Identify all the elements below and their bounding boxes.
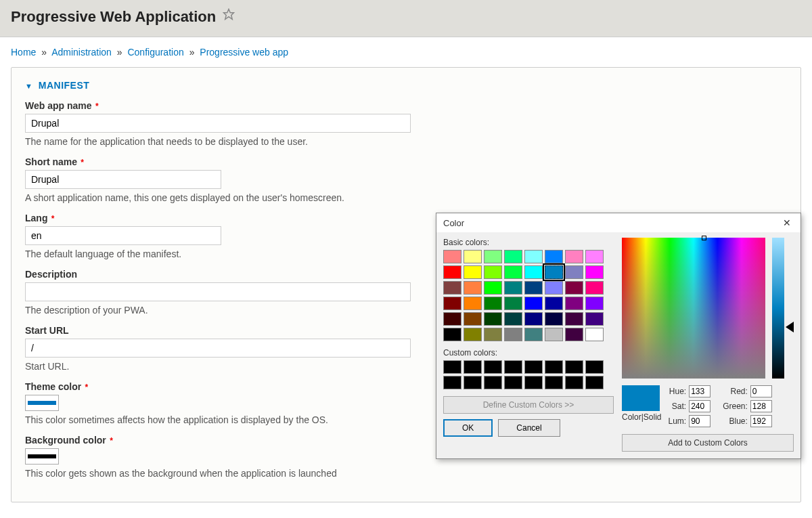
basic-color-cell[interactable] [524, 265, 543, 279]
basic-color-cell[interactable] [524, 328, 543, 341]
basic-color-cell[interactable] [484, 281, 502, 295]
custom-colors-label: Custom colors: [443, 348, 614, 358]
luminance-slider[interactable] [772, 238, 784, 379]
custom-color-cell[interactable] [524, 376, 543, 389]
start-url-input[interactable] [25, 339, 411, 358]
custom-color-cell[interactable] [504, 376, 522, 389]
red-input[interactable] [750, 385, 772, 397]
custom-color-cell[interactable] [464, 360, 482, 374]
basic-color-cell[interactable] [545, 265, 563, 279]
cancel-button[interactable]: Cancel [498, 419, 560, 437]
page-header: Progressive Web Application [0, 0, 812, 37]
basic-colors-label: Basic colors: [443, 238, 614, 247]
basic-color-cell[interactable] [565, 312, 583, 326]
bg-color-button[interactable] [25, 448, 59, 465]
basic-color-cell[interactable] [484, 328, 502, 341]
custom-color-cell[interactable] [545, 376, 563, 389]
basic-color-cell[interactable] [565, 250, 583, 263]
ok-button[interactable]: OK [443, 419, 493, 437]
basic-color-cell[interactable] [565, 297, 583, 310]
basic-color-cell[interactable] [484, 250, 502, 263]
custom-color-cell[interactable] [545, 360, 563, 374]
breadcrumb-link[interactable]: Configuration [127, 47, 183, 58]
basic-color-cell[interactable] [443, 265, 461, 279]
add-to-custom-button[interactable]: Add to Custom Colors [622, 434, 794, 452]
lang-input[interactable] [25, 226, 221, 245]
custom-color-cell[interactable] [443, 360, 461, 374]
basic-color-cell[interactable] [585, 297, 604, 310]
color-gradient[interactable] [622, 238, 765, 379]
basic-color-cell[interactable] [504, 281, 522, 295]
custom-color-cell[interactable] [484, 376, 502, 389]
basic-color-cell[interactable] [504, 312, 522, 326]
dialog-title: Color [443, 218, 464, 228]
custom-color-cell[interactable] [585, 360, 604, 374]
basic-color-cell[interactable] [585, 281, 604, 295]
green-input[interactable] [750, 400, 772, 412]
custom-color-cell[interactable] [585, 376, 604, 389]
color-solid-label: Color|Solid [622, 412, 661, 422]
basic-color-cell[interactable] [464, 297, 482, 310]
short-name-desc: A short application name, this one gets … [25, 192, 787, 203]
basic-color-cell[interactable] [524, 297, 543, 310]
dialog-titlebar[interactable]: Color ✕ [436, 213, 800, 232]
hue-input[interactable] [689, 385, 710, 397]
basic-color-cell[interactable] [524, 250, 543, 263]
theme-color-button[interactable] [25, 395, 59, 411]
basic-color-cell[interactable] [524, 281, 543, 295]
name-desc: The name for the application that needs … [25, 136, 787, 147]
section-manifest-toggle[interactable]: ▼ MANIFEST [25, 68, 787, 100]
basic-color-cell[interactable] [545, 250, 563, 263]
basic-color-cell[interactable] [545, 297, 563, 310]
basic-color-cell[interactable] [443, 328, 461, 341]
basic-color-cell[interactable] [443, 312, 461, 326]
basic-color-cell[interactable] [464, 312, 482, 326]
basic-color-cell[interactable] [464, 250, 482, 263]
name-input[interactable] [25, 114, 411, 133]
basic-color-cell[interactable] [565, 265, 583, 279]
basic-color-cell[interactable] [443, 250, 461, 263]
custom-color-cell[interactable] [464, 376, 482, 389]
basic-color-cell[interactable] [504, 297, 522, 310]
lum-input[interactable] [689, 415, 710, 427]
basic-color-cell[interactable] [585, 312, 604, 326]
basic-color-cell[interactable] [565, 281, 583, 295]
custom-color-cell[interactable] [443, 376, 461, 389]
basic-color-cell[interactable] [484, 297, 502, 310]
breadcrumb-link[interactable]: Administration [51, 47, 112, 58]
basic-color-cell[interactable] [524, 312, 543, 326]
basic-color-cell[interactable] [545, 281, 563, 295]
basic-color-cell[interactable] [504, 265, 522, 279]
custom-color-cell[interactable] [484, 360, 502, 374]
basic-color-cell[interactable] [464, 281, 482, 295]
basic-color-cell[interactable] [545, 312, 563, 326]
close-icon[interactable]: ✕ [780, 217, 794, 228]
custom-color-cell[interactable] [565, 376, 583, 389]
breadcrumb-link[interactable]: Home [11, 47, 36, 58]
basic-color-cell[interactable] [565, 328, 583, 341]
basic-color-cell[interactable] [585, 265, 604, 279]
breadcrumb-link[interactable]: Progressive web app [200, 47, 288, 58]
description-input[interactable] [25, 282, 411, 301]
basic-color-cell[interactable] [443, 281, 461, 295]
basic-color-cell[interactable] [484, 265, 502, 279]
basic-color-cell[interactable] [585, 328, 604, 341]
basic-color-cell[interactable] [504, 328, 522, 341]
short-name-input[interactable] [25, 170, 221, 189]
basic-color-cell[interactable] [484, 312, 502, 326]
page-title: Progressive Web Application [11, 8, 216, 26]
basic-color-cell[interactable] [443, 297, 461, 310]
color-picker-dialog: Color ✕ Basic colors: Custom colors: Def… [436, 213, 801, 459]
basic-color-cell[interactable] [464, 265, 482, 279]
sat-input[interactable] [689, 400, 710, 412]
basic-color-cell[interactable] [504, 250, 522, 263]
basic-color-cell[interactable] [464, 328, 482, 341]
basic-color-cell[interactable] [545, 328, 563, 341]
bg-color-desc: This color gets shown as the background … [25, 468, 787, 479]
star-icon[interactable] [223, 8, 235, 22]
basic-color-cell[interactable] [585, 250, 604, 263]
custom-color-cell[interactable] [565, 360, 583, 374]
custom-color-cell[interactable] [504, 360, 522, 374]
custom-color-cell[interactable] [524, 360, 543, 374]
blue-input[interactable] [750, 415, 772, 427]
